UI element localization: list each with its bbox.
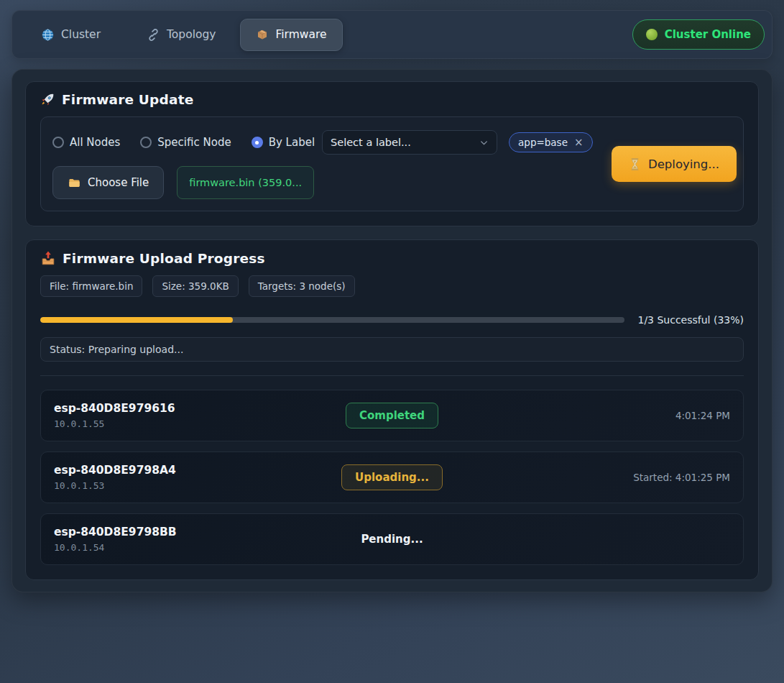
progress-row: 1/3 Successful (33%) xyxy=(40,314,744,326)
rocket-icon xyxy=(40,92,55,107)
node-row: esp-840D8E9798A4 10.0.1.53 Uploading... … xyxy=(40,451,744,503)
firmware-update-card: Firmware Update All Nodes Specific Node … xyxy=(25,81,759,226)
radio-all-nodes-label: All Nodes xyxy=(70,136,120,149)
progress-bar-fill xyxy=(40,317,233,323)
node-ip: 10.0.1.54 xyxy=(54,542,361,553)
radio-by-label[interactable]: By Label xyxy=(252,136,315,149)
label-select[interactable]: Select a label... xyxy=(322,130,497,155)
radio-circle-icon xyxy=(252,137,263,148)
file-meta-badge: File: firmware.bin xyxy=(40,275,142,297)
radio-all-nodes[interactable]: All Nodes xyxy=(52,136,120,149)
selected-file-chip: firmware.bin (359.0... xyxy=(177,166,314,199)
node-timestamp: Started: 4:01:25 PM xyxy=(633,472,730,483)
upload-progress-title: Firmware Upload Progress xyxy=(40,250,744,266)
node-ip: 10.0.1.55 xyxy=(54,418,346,429)
upload-progress-title-text: Firmware Upload Progress xyxy=(63,251,265,266)
top-nav: Cluster Topology Firmware xyxy=(11,10,773,59)
node-name: esp-840D8E9798A4 xyxy=(54,464,341,477)
node-identity: esp-840D8E9798BB 10.0.1.54 xyxy=(54,526,361,553)
node-timestamp: 4:01:24 PM xyxy=(675,410,730,421)
size-meta-badge: Size: 359.0KB xyxy=(152,275,238,297)
node-ip: 10.0.1.53 xyxy=(54,480,341,491)
radio-circle-icon xyxy=(52,137,64,148)
page: Cluster Topology Firmware xyxy=(0,0,784,592)
cluster-status-badge: Cluster Online xyxy=(632,19,765,50)
upload-tray-icon xyxy=(40,250,56,266)
upload-progress-card: Firmware Upload Progress File: firmware.… xyxy=(25,239,759,580)
hourglass-icon xyxy=(629,157,641,171)
targets-meta-badge: Targets: 3 node(s) xyxy=(249,275,355,297)
radio-specific-node[interactable]: Specific Node xyxy=(140,136,231,149)
progress-bar xyxy=(40,317,624,323)
package-icon xyxy=(256,28,269,41)
radio-specific-node-label: Specific Node xyxy=(157,136,231,149)
label-select-placeholder: Select a label... xyxy=(331,137,411,148)
folder-icon xyxy=(68,176,81,190)
selected-label-tag: app=base × xyxy=(509,132,592,152)
radio-by-label-label: By Label xyxy=(269,136,315,149)
choose-file-button[interactable]: Choose File xyxy=(52,166,164,199)
firmware-update-title: Firmware Update xyxy=(40,92,744,107)
tab-firmware-label: Firmware xyxy=(275,28,326,41)
tab-topology[interactable]: Topology xyxy=(147,28,216,42)
link-icon xyxy=(147,28,160,42)
selected-label-tag-text: app=base xyxy=(518,137,568,148)
node-identity: esp-840D8E9798A4 10.0.1.53 xyxy=(54,464,341,491)
main-panel: Firmware Update All Nodes Specific Node … xyxy=(11,69,773,592)
choose-file-label: Choose File xyxy=(88,176,149,189)
radio-circle-icon xyxy=(140,137,152,148)
selected-file-name: firmware.bin (359.0... xyxy=(189,177,302,188)
node-list: esp-840D8E979616 10.0.1.55 Completed 4:0… xyxy=(40,390,744,565)
tab-firmware[interactable]: Firmware xyxy=(240,19,342,51)
node-row: esp-840D8E979616 10.0.1.55 Completed 4:0… xyxy=(40,390,744,441)
divider xyxy=(40,375,744,376)
node-status-badge: Completed xyxy=(346,403,438,428)
node-name: esp-840D8E9798BB xyxy=(54,526,361,538)
upload-meta-row: File: firmware.bin Size: 359.0KB Targets… xyxy=(40,275,744,297)
tab-cluster-label: Cluster xyxy=(61,28,101,41)
firmware-update-title-text: Firmware Update xyxy=(62,92,193,107)
node-row: esp-840D8E9798BB 10.0.1.54 Pending... xyxy=(40,513,744,565)
tab-cluster[interactable]: Cluster xyxy=(41,28,101,42)
globe-icon xyxy=(41,28,55,42)
chevron-down-icon xyxy=(479,138,489,147)
remove-tag-icon[interactable]: × xyxy=(574,137,584,148)
tab-topology-label: Topology xyxy=(167,28,216,41)
status-text: Status: Preparing upload... xyxy=(50,344,183,355)
node-identity: esp-840D8E979616 10.0.1.55 xyxy=(54,402,346,429)
deploy-controls-box: All Nodes Specific Node By Label Select … xyxy=(40,116,744,211)
node-status-badge: Uploading... xyxy=(341,464,443,490)
node-status-badge: Pending... xyxy=(361,527,423,551)
status-box: Status: Preparing upload... xyxy=(40,337,744,362)
node-name: esp-840D8E979616 xyxy=(54,402,346,415)
deploy-button[interactable]: Deploying... xyxy=(612,146,737,182)
deploy-button-label: Deploying... xyxy=(648,157,719,171)
progress-label: 1/3 Successful (33%) xyxy=(637,314,744,326)
cluster-status-label: Cluster Online xyxy=(665,28,751,41)
online-dot-icon xyxy=(646,29,658,40)
